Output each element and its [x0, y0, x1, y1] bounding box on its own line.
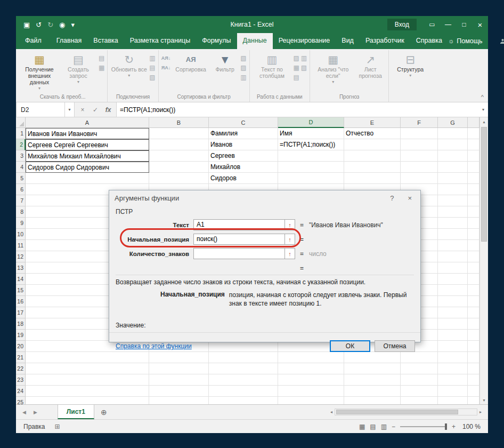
- cancel-entry-icon[interactable]: ×: [77, 106, 88, 114]
- cell-G14[interactable]: [438, 274, 468, 285]
- column-header-B[interactable]: B: [149, 117, 209, 128]
- cell-D2[interactable]: =ПСТР(A1;поиск()): [278, 139, 344, 150]
- cell-D25[interactable]: [278, 397, 344, 404]
- row-header-25[interactable]: 25: [16, 397, 26, 404]
- text-to-columns-button[interactable]: ▥ Текст по столбцам: [253, 52, 292, 79]
- row-header-2[interactable]: 2: [16, 139, 26, 150]
- dialog-close-icon[interactable]: ×: [408, 194, 412, 202]
- cell-F2[interactable]: [401, 139, 438, 150]
- close-button[interactable]: ×: [472, 16, 488, 33]
- what-if-analysis-button[interactable]: ▦ Анализ "что если" ▾: [313, 52, 353, 84]
- cell-E23[interactable]: [344, 374, 401, 386]
- remove-duplicates-icon[interactable]: ▦: [294, 65, 299, 71]
- cell-F25[interactable]: [401, 397, 438, 404]
- customize-qat-icon[interactable]: ▾: [71, 21, 75, 29]
- cell-G11[interactable]: [438, 240, 468, 251]
- horizontal-scroll-thumb[interactable]: [336, 410, 458, 414]
- advanced-filter-icon[interactable]: ▥: [240, 74, 246, 81]
- ribbon-tab-Разметка страницы[interactable]: Разметка страницы: [124, 33, 196, 49]
- column-header-C[interactable]: C: [209, 117, 278, 128]
- edit-links-icon[interactable]: ▧: [149, 74, 155, 81]
- vertical-scroll-thumb[interactable]: [481, 127, 487, 242]
- name-box-dropdown-icon[interactable]: ▾: [65, 102, 75, 117]
- cell-G8[interactable]: [438, 206, 468, 218]
- ribbon-tab-Справка[interactable]: Справка: [410, 33, 448, 49]
- cell-D22[interactable]: [278, 363, 344, 374]
- tab-file[interactable]: Файл: [16, 33, 51, 49]
- column-header-A[interactable]: A: [26, 117, 149, 128]
- cell-A22[interactable]: [26, 363, 149, 374]
- undo-icon[interactable]: ↺: [36, 21, 42, 29]
- cell-G16[interactable]: [438, 296, 468, 307]
- cell-A23[interactable]: [26, 374, 149, 386]
- cell-G4[interactable]: [438, 162, 468, 173]
- formula-input[interactable]: =ПСТР(A1;поиск()): [117, 102, 478, 117]
- cell-G19[interactable]: [438, 330, 468, 341]
- cell-C23[interactable]: [209, 374, 278, 386]
- refresh-all-button[interactable]: ↻ Обновить все ▾: [110, 52, 148, 78]
- row-header-10[interactable]: 10: [16, 229, 26, 240]
- cell-F23[interactable]: [401, 374, 438, 386]
- ribbon-tab-Вид[interactable]: Вид: [336, 33, 360, 49]
- sort-button[interactable]: АЯ Сортировка: [172, 52, 209, 73]
- cell-G25[interactable]: [438, 397, 468, 404]
- cell-G20[interactable]: [438, 341, 468, 352]
- cell-G18[interactable]: [438, 318, 468, 330]
- cell-D23[interactable]: [278, 374, 344, 386]
- row-header-12[interactable]: 12: [16, 251, 26, 262]
- row-header-3[interactable]: 3: [16, 150, 26, 162]
- row-header-8[interactable]: 8: [16, 206, 26, 218]
- ok-button[interactable]: ОК: [330, 340, 370, 352]
- page-layout-view-icon[interactable]: ▤: [370, 423, 376, 430]
- save-icon[interactable]: ▣: [23, 21, 30, 29]
- ribbon-tab-Данные[interactable]: Данные: [237, 33, 273, 49]
- cell-A21[interactable]: [26, 352, 149, 363]
- collapse-dialog-icon[interactable]: ↑: [285, 234, 295, 245]
- cell-A3[interactable]: Михайлов Михаил Михайлович: [26, 150, 149, 162]
- cell-E4[interactable]: [344, 162, 401, 173]
- sort-descending-icon[interactable]: ЯА↓: [161, 65, 170, 71]
- cell-G1[interactable]: [438, 128, 468, 139]
- cell-B4[interactable]: [149, 162, 209, 173]
- cell-F5[interactable]: [401, 173, 438, 184]
- cell-E3[interactable]: [344, 150, 401, 162]
- cell-D24[interactable]: [278, 386, 344, 397]
- cell-C2[interactable]: Иванов: [209, 139, 278, 150]
- filter-button[interactable]: ▼ Фильтр: [211, 52, 239, 73]
- cell-E2[interactable]: [344, 139, 401, 150]
- tellme-label[interactable]: Помощь: [457, 37, 482, 45]
- zoom-level[interactable]: 100 %: [460, 423, 481, 430]
- add-sheet-icon[interactable]: ⊕: [94, 405, 113, 419]
- cell-G7[interactable]: [438, 195, 468, 206]
- from-table-icon[interactable]: ▤: [99, 55, 104, 62]
- row-header-22[interactable]: 22: [16, 363, 26, 374]
- cell-G9[interactable]: [438, 218, 468, 229]
- name-box[interactable]: D2: [16, 102, 65, 117]
- cell-C24[interactable]: [209, 386, 278, 397]
- dialog-help-icon[interactable]: ?: [390, 194, 394, 202]
- row-header-20[interactable]: 20: [16, 341, 26, 352]
- relationships-icon[interactable]: ▧: [301, 65, 307, 71]
- cell-G6[interactable]: [438, 184, 468, 195]
- enter-entry-icon[interactable]: ✓: [90, 106, 101, 114]
- row-header-17[interactable]: 17: [16, 307, 26, 318]
- vertical-scroll-track[interactable]: [480, 126, 488, 396]
- cell-C22[interactable]: [209, 363, 278, 374]
- expand-formula-bar-icon[interactable]: ▾: [478, 102, 488, 117]
- get-external-data-button[interactable]: ▦ Получение внешних данных ▾: [21, 52, 58, 91]
- cell-C5[interactable]: Сидоров: [209, 173, 278, 184]
- cell-E1[interactable]: Отчество: [344, 128, 401, 139]
- cell-B3[interactable]: [149, 150, 209, 162]
- row-header-23[interactable]: 23: [16, 374, 26, 386]
- camera-icon[interactable]: ◉: [59, 21, 65, 29]
- row-header-1[interactable]: 1: [16, 128, 26, 139]
- cell-D21[interactable]: [278, 352, 344, 363]
- row-header-18[interactable]: 18: [16, 318, 26, 330]
- cell-G23[interactable]: [438, 374, 468, 386]
- cell-E24[interactable]: [344, 386, 401, 397]
- cell-G12[interactable]: [438, 251, 468, 262]
- maximize-button[interactable]: □: [456, 16, 472, 33]
- collapse-dialog-icon[interactable]: ↑: [285, 219, 295, 230]
- ribbon-tab-Разработчик[interactable]: Разработчик: [360, 33, 410, 49]
- row-header-11[interactable]: 11: [16, 240, 26, 251]
